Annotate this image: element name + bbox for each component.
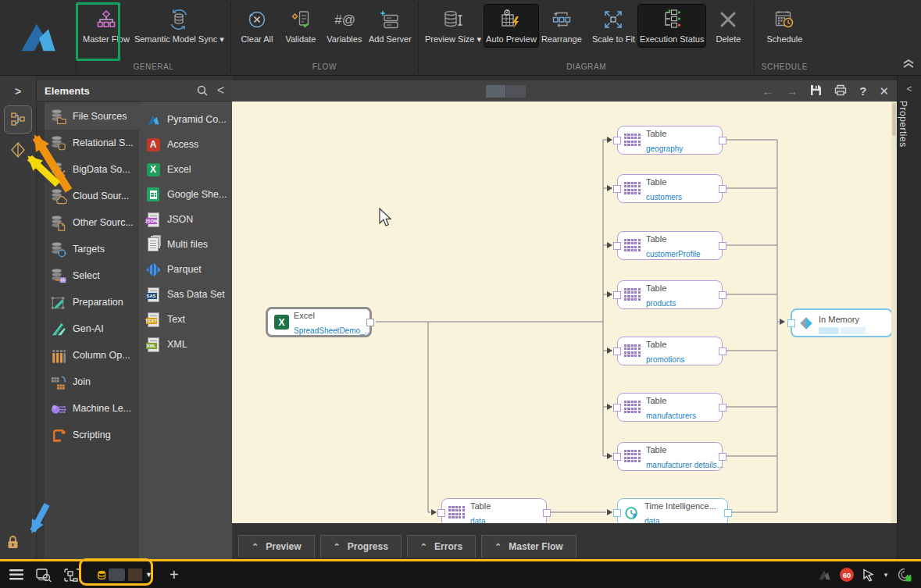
save-icon[interactable] xyxy=(810,84,822,98)
preview-size-button[interactable]: Preview Size ▾ xyxy=(423,5,483,47)
ribbon-collapse-chevron-icon[interactable] xyxy=(902,58,915,72)
bottom-panel-tab[interactable]: ⌃ Progress xyxy=(320,535,402,558)
node-table[interactable]: Table manufacturers xyxy=(617,393,723,422)
category-join[interactable]: Join xyxy=(45,369,139,395)
canvas-scrollbar[interactable] xyxy=(891,102,897,523)
model-tool-button[interactable] xyxy=(4,138,32,162)
delete-button[interactable]: Delete xyxy=(707,5,749,47)
bottom-panel-tab[interactable]: ⌃ Preview xyxy=(238,535,315,558)
auto-preview-button[interactable]: Auto Preview xyxy=(484,5,538,47)
collapse-panel-chevron-icon[interactable]: < xyxy=(217,84,224,98)
pointer-tool-icon[interactable] xyxy=(862,568,874,582)
semantic-model-sync-button[interactable]: Semantic Model Sync ▾ xyxy=(133,5,226,47)
file-type-json[interactable]: JSON JSON xyxy=(139,207,232,232)
new-document-button[interactable]: + xyxy=(170,566,179,584)
category-other-sources[interactable]: Other Sourc... xyxy=(45,209,139,236)
rearrange-button[interactable]: Rearrange xyxy=(540,5,584,47)
file-type-access[interactable]: A Access xyxy=(139,132,232,157)
input-port[interactable] xyxy=(613,453,621,461)
output-port[interactable] xyxy=(719,453,726,461)
output-port[interactable] xyxy=(724,509,732,517)
input-port[interactable] xyxy=(613,509,621,517)
node-table[interactable]: Table promotions xyxy=(617,337,723,365)
category-relational-sources[interactable]: Relational S... xyxy=(45,130,139,156)
file-type-sas[interactable]: SAS Sas Data Set xyxy=(139,282,232,307)
bottom-panel-tab[interactable]: ⌃ Errors xyxy=(407,535,476,558)
properties-panel-label[interactable]: Properties xyxy=(898,101,909,148)
output-port[interactable] xyxy=(543,509,551,517)
master-flow-button[interactable]: Master Flow xyxy=(81,5,131,47)
file-type-google-sheets[interactable]: Google She... xyxy=(139,182,232,207)
file-type-xml[interactable]: XML XML xyxy=(139,332,232,357)
node-table[interactable]: Table customers xyxy=(617,174,723,203)
node-excel-source[interactable]: X Excel SpreadSheetDemo_... xyxy=(266,307,372,337)
node-time-intelligence[interactable]: Time Intelligence... data xyxy=(617,498,728,523)
output-port[interactable] xyxy=(719,185,726,193)
forward-icon[interactable]: → xyxy=(786,85,798,97)
category-gen-ai[interactable]: Gen-AI xyxy=(45,315,139,342)
data-flow-tool-button[interactable] xyxy=(4,105,32,134)
input-port[interactable] xyxy=(613,291,621,299)
input-port[interactable] xyxy=(787,319,795,327)
category-file-sources[interactable]: File Sources xyxy=(45,103,139,130)
file-type-text[interactable]: TEXT Text xyxy=(139,307,232,332)
help-icon[interactable]: ? xyxy=(859,85,866,97)
menu-icon[interactable] xyxy=(9,569,23,580)
lock-icon[interactable] xyxy=(6,535,20,553)
input-port[interactable] xyxy=(437,509,445,517)
output-port[interactable] xyxy=(719,242,726,250)
search-icon[interactable] xyxy=(197,85,208,96)
add-server-button[interactable]: Add Server xyxy=(367,5,413,47)
file-type-excel[interactable]: X Excel xyxy=(139,157,232,182)
notification-badge[interactable]: 60 xyxy=(840,568,854,582)
back-icon[interactable]: ← xyxy=(762,85,773,97)
flow-diagram[interactable]: X Excel SpreadSheetDemo_... Table geogra… xyxy=(232,102,897,523)
category-cloud-sources[interactable]: Cloud Sour... xyxy=(45,183,139,209)
schedule-button[interactable]: Schedule xyxy=(759,5,809,47)
execution-status-button[interactable]: Execution Status xyxy=(638,5,706,47)
bottom-panel-tab[interactable]: ⌃ Master Flow xyxy=(481,535,577,558)
category-scripting[interactable]: Scripting xyxy=(45,422,139,448)
active-document-tab[interactable]: ▼ xyxy=(93,565,157,585)
flow-document-icon[interactable] xyxy=(64,568,80,582)
status-dropdown-caret-icon[interactable]: ▼ xyxy=(883,572,889,579)
close-icon[interactable]: ✕ xyxy=(879,85,889,97)
category-preparation[interactable]: Preparation xyxy=(45,289,139,315)
node-table[interactable]: Table geography xyxy=(617,126,723,155)
file-type-pyramid[interactable]: Pyramid Co... xyxy=(139,107,232,132)
clear-all-button[interactable]: Clear All xyxy=(236,5,278,47)
node-table-data[interactable]: Table data xyxy=(441,498,547,523)
input-port[interactable] xyxy=(613,242,621,250)
category-select[interactable]: Select xyxy=(45,262,139,289)
find-content-icon[interactable] xyxy=(36,568,52,582)
document-dropdown-caret-icon[interactable]: ▼ xyxy=(145,571,152,579)
variables-button[interactable]: #@ Variables xyxy=(323,5,366,47)
validate-button[interactable]: Validate xyxy=(280,5,322,47)
category-machine-learning[interactable]: Machine Le... xyxy=(45,395,139,422)
node-in-memory-target[interactable]: In Memory xyxy=(791,308,893,337)
input-port[interactable] xyxy=(613,404,621,412)
print-icon[interactable] xyxy=(834,84,847,98)
node-table[interactable]: Table products xyxy=(617,280,723,309)
app-logo[interactable] xyxy=(0,0,76,75)
connection-status-icon[interactable] xyxy=(898,568,912,582)
category-column-operations[interactable]: Column Op... xyxy=(45,342,139,369)
properties-expand-chevron-icon[interactable]: < xyxy=(898,84,921,94)
category-bigdata-sources[interactable]: BigData So... xyxy=(45,156,139,183)
output-port[interactable] xyxy=(719,137,726,144)
file-type-multi-files[interactable]: Multi files xyxy=(139,232,232,257)
category-targets[interactable]: Targets xyxy=(45,236,139,262)
input-port[interactable] xyxy=(613,185,621,193)
output-port[interactable] xyxy=(719,347,726,355)
node-table[interactable]: Table manufacturer details... xyxy=(617,442,723,471)
input-port[interactable] xyxy=(613,347,621,355)
pyramid-status-icon[interactable] xyxy=(818,568,831,582)
output-port[interactable] xyxy=(719,291,726,299)
expand-panel-chevron-icon[interactable]: > xyxy=(0,85,36,98)
output-port[interactable] xyxy=(366,319,374,326)
node-table[interactable]: Table customerProfile xyxy=(617,231,723,260)
output-port[interactable] xyxy=(719,404,726,412)
file-type-parquet[interactable]: Parquet xyxy=(139,257,232,282)
scale-to-fit-button[interactable]: Scale to Fit xyxy=(591,5,637,47)
input-port[interactable] xyxy=(613,137,621,144)
